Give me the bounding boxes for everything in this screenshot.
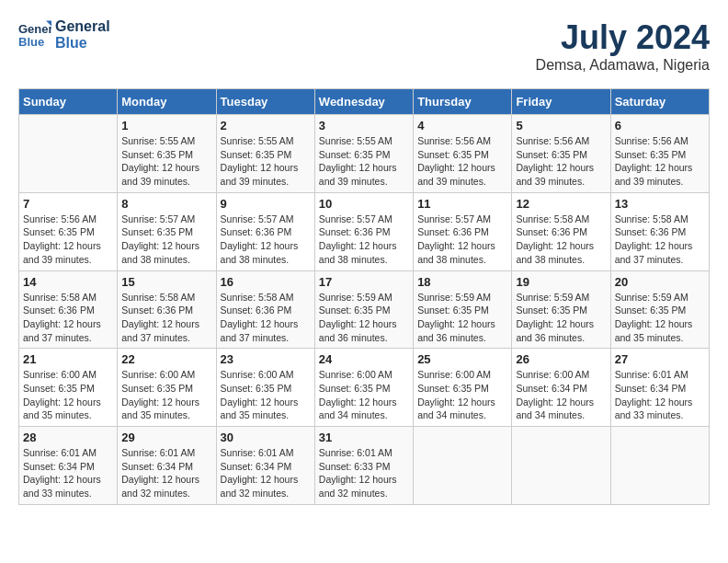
cell-content: Sunrise: 5:59 AM Sunset: 6:35 PM Dayligh… <box>319 291 409 345</box>
day-number: 28 <box>23 431 113 444</box>
cell-content: Sunrise: 5:58 AM Sunset: 6:36 PM Dayligh… <box>516 213 606 267</box>
calendar-cell: 20Sunrise: 5:59 AM Sunset: 6:35 PM Dayli… <box>610 270 709 349</box>
calendar-cell: 27Sunrise: 6:01 AM Sunset: 6:34 PM Dayli… <box>610 349 709 427</box>
calendar-cell: 1Sunrise: 5:55 AM Sunset: 6:35 PM Daylig… <box>118 115 216 193</box>
cell-content: Sunrise: 5:58 AM Sunset: 6:36 PM Dayligh… <box>221 291 311 345</box>
day-number: 11 <box>417 197 507 211</box>
cell-content: Sunrise: 5:55 AM Sunset: 6:35 PM Dayligh… <box>121 134 211 189</box>
calendar-week-row: 28Sunrise: 6:01 AM Sunset: 6:34 PM Dayli… <box>19 427 710 505</box>
cell-content: Sunrise: 6:00 AM Sunset: 6:35 PM Dayligh… <box>417 368 507 422</box>
calendar-cell: 19Sunrise: 5:59 AM Sunset: 6:35 PM Dayli… <box>512 270 610 349</box>
calendar-cell: 21Sunrise: 6:00 AM Sunset: 6:35 PM Dayli… <box>19 349 118 427</box>
day-number: 7 <box>23 197 113 211</box>
calendar-cell: 16Sunrise: 5:58 AM Sunset: 6:36 PM Dayli… <box>216 270 314 349</box>
calendar-cell: 15Sunrise: 5:58 AM Sunset: 6:36 PM Dayli… <box>118 270 216 349</box>
cell-content: Sunrise: 5:59 AM Sunset: 6:35 PM Dayligh… <box>615 291 705 345</box>
calendar-week-row: 7Sunrise: 5:56 AM Sunset: 6:35 PM Daylig… <box>19 192 710 270</box>
day-number: 18 <box>417 275 507 289</box>
cell-content: Sunrise: 6:01 AM Sunset: 6:34 PM Dayligh… <box>121 446 211 500</box>
cell-content: Sunrise: 6:01 AM Sunset: 6:34 PM Dayligh… <box>615 368 705 422</box>
calendar-cell <box>19 115 118 193</box>
cell-content: Sunrise: 5:58 AM Sunset: 6:36 PM Dayligh… <box>121 291 211 345</box>
calendar-cell: 10Sunrise: 5:57 AM Sunset: 6:36 PM Dayli… <box>314 192 413 270</box>
calendar-cell: 13Sunrise: 5:58 AM Sunset: 6:36 PM Dayli… <box>610 192 709 270</box>
cell-content: Sunrise: 5:59 AM Sunset: 6:35 PM Dayligh… <box>417 291 507 345</box>
day-header-friday: Friday <box>512 89 610 115</box>
svg-text:Blue: Blue <box>18 35 44 49</box>
cell-content: Sunrise: 6:00 AM Sunset: 6:34 PM Dayligh… <box>516 368 606 422</box>
cell-content: Sunrise: 5:56 AM Sunset: 6:35 PM Dayligh… <box>516 134 606 189</box>
day-number: 9 <box>221 197 311 211</box>
calendar-cell: 7Sunrise: 5:56 AM Sunset: 6:35 PM Daylig… <box>19 192 118 270</box>
cell-content: Sunrise: 5:59 AM Sunset: 6:35 PM Dayligh… <box>516 291 606 345</box>
calendar-cell: 26Sunrise: 6:00 AM Sunset: 6:34 PM Dayli… <box>512 349 610 427</box>
calendar-cell: 30Sunrise: 6:01 AM Sunset: 6:34 PM Dayli… <box>216 427 314 505</box>
cell-content: Sunrise: 5:58 AM Sunset: 6:36 PM Dayligh… <box>23 291 113 345</box>
calendar-cell: 5Sunrise: 5:56 AM Sunset: 6:35 PM Daylig… <box>512 115 610 193</box>
day-number: 29 <box>121 431 211 444</box>
cell-content: Sunrise: 5:56 AM Sunset: 6:35 PM Dayligh… <box>615 134 705 189</box>
logo-line1: General <box>55 18 110 35</box>
cell-content: Sunrise: 5:58 AM Sunset: 6:36 PM Dayligh… <box>615 213 705 267</box>
calendar-week-row: 21Sunrise: 6:00 AM Sunset: 6:35 PM Dayli… <box>19 349 710 427</box>
cell-content: Sunrise: 5:57 AM Sunset: 6:35 PM Dayligh… <box>121 213 211 267</box>
day-number: 24 <box>319 352 409 366</box>
day-number: 15 <box>121 275 211 289</box>
svg-text:General: General <box>18 22 51 36</box>
day-header-sunday: Sunday <box>19 89 118 115</box>
calendar-cell <box>610 427 709 505</box>
cell-content: Sunrise: 5:56 AM Sunset: 6:35 PM Dayligh… <box>23 213 113 267</box>
calendar-cell: 17Sunrise: 5:59 AM Sunset: 6:35 PM Dayli… <box>314 270 413 349</box>
day-header-thursday: Thursday <box>414 89 512 115</box>
day-number: 6 <box>615 119 705 132</box>
calendar-cell: 11Sunrise: 5:57 AM Sunset: 6:36 PM Dayli… <box>414 192 512 270</box>
calendar-cell: 14Sunrise: 5:58 AM Sunset: 6:36 PM Dayli… <box>19 270 118 349</box>
calendar-cell: 28Sunrise: 6:01 AM Sunset: 6:34 PM Dayli… <box>19 427 118 505</box>
day-number: 20 <box>615 275 705 289</box>
day-number: 21 <box>23 352 113 366</box>
cell-content: Sunrise: 5:56 AM Sunset: 6:35 PM Dayligh… <box>417 134 507 189</box>
calendar-cell: 22Sunrise: 6:00 AM Sunset: 6:35 PM Dayli… <box>118 349 216 427</box>
calendar-cell: 18Sunrise: 5:59 AM Sunset: 6:35 PM Dayli… <box>414 270 512 349</box>
calendar-cell: 9Sunrise: 5:57 AM Sunset: 6:36 PM Daylig… <box>216 192 314 270</box>
day-header-tuesday: Tuesday <box>216 89 314 115</box>
day-number: 5 <box>516 119 606 132</box>
cell-content: Sunrise: 6:00 AM Sunset: 6:35 PM Dayligh… <box>121 368 211 422</box>
calendar-week-row: 1Sunrise: 5:55 AM Sunset: 6:35 PM Daylig… <box>19 115 710 193</box>
day-header-saturday: Saturday <box>610 89 709 115</box>
day-number: 23 <box>221 352 311 366</box>
day-number: 31 <box>319 431 409 444</box>
day-header-wednesday: Wednesday <box>314 89 413 115</box>
calendar-cell: 29Sunrise: 6:01 AM Sunset: 6:34 PM Dayli… <box>118 427 216 505</box>
cell-content: Sunrise: 5:57 AM Sunset: 6:36 PM Dayligh… <box>221 213 311 267</box>
day-number: 4 <box>417 119 507 132</box>
calendar-cell: 24Sunrise: 6:00 AM Sunset: 6:35 PM Dayli… <box>314 349 413 427</box>
page-header: General Blue General Blue July 2024 Dems… <box>18 18 710 74</box>
title-block: July 2024 Demsa, Adamawa, Nigeria <box>536 18 710 74</box>
cell-content: Sunrise: 6:01 AM Sunset: 6:33 PM Dayligh… <box>319 446 409 500</box>
calendar-cell: 12Sunrise: 5:58 AM Sunset: 6:36 PM Dayli… <box>512 192 610 270</box>
cell-content: Sunrise: 6:01 AM Sunset: 6:34 PM Dayligh… <box>221 446 311 500</box>
cell-content: Sunrise: 6:00 AM Sunset: 6:35 PM Dayligh… <box>319 368 409 422</box>
cell-content: Sunrise: 5:57 AM Sunset: 6:36 PM Dayligh… <box>417 213 507 267</box>
day-number: 13 <box>615 197 705 211</box>
calendar-cell: 6Sunrise: 5:56 AM Sunset: 6:35 PM Daylig… <box>610 115 709 193</box>
calendar-cell: 31Sunrise: 6:01 AM Sunset: 6:33 PM Dayli… <box>314 427 413 505</box>
logo-icon: General Blue <box>18 18 51 52</box>
calendar-cell: 8Sunrise: 5:57 AM Sunset: 6:35 PM Daylig… <box>118 192 216 270</box>
day-number: 12 <box>516 197 606 211</box>
day-number: 8 <box>121 197 211 211</box>
day-number: 17 <box>319 275 409 289</box>
logo: General Blue General Blue <box>18 18 110 52</box>
cell-content: Sunrise: 5:57 AM Sunset: 6:36 PM Dayligh… <box>319 213 409 267</box>
cell-content: Sunrise: 6:01 AM Sunset: 6:34 PM Dayligh… <box>23 446 113 500</box>
day-number: 30 <box>221 431 311 444</box>
day-number: 3 <box>319 119 409 132</box>
calendar-cell: 2Sunrise: 5:55 AM Sunset: 6:35 PM Daylig… <box>216 115 314 193</box>
day-number: 2 <box>221 119 311 132</box>
day-number: 16 <box>221 275 311 289</box>
calendar-cell: 25Sunrise: 6:00 AM Sunset: 6:35 PM Dayli… <box>414 349 512 427</box>
month-year-title: July 2024 <box>536 18 710 57</box>
day-header-monday: Monday <box>118 89 216 115</box>
calendar-cell: 23Sunrise: 6:00 AM Sunset: 6:35 PM Dayli… <box>216 349 314 427</box>
